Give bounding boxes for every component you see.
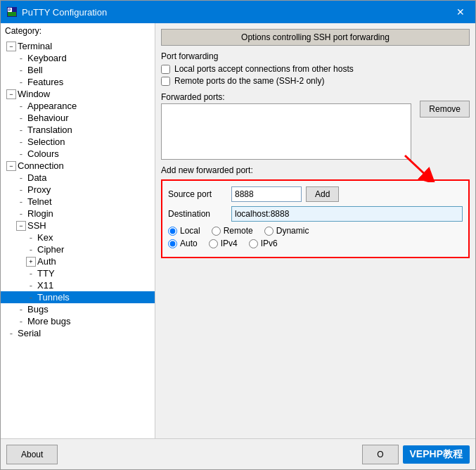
sidebar-item-data[interactable]: - Data bbox=[1, 172, 155, 184]
sidebar-item-x11[interactable]: - X11 bbox=[1, 279, 155, 291]
radio-local-label[interactable]: Local bbox=[168, 226, 200, 236]
svg-rect-2 bbox=[8, 12, 16, 16]
sidebar-item-label-serial: Serial bbox=[18, 328, 41, 338]
radio-local[interactable] bbox=[168, 227, 177, 236]
sidebar-item-auth[interactable]: + Auth bbox=[1, 255, 155, 267]
sidebar-item-label-tty: TTY bbox=[37, 268, 55, 279]
dash-icon: - bbox=[26, 268, 36, 279]
sidebar-item-tunnels[interactable]: - Tunnels bbox=[1, 291, 155, 303]
radio-auto[interactable] bbox=[168, 239, 177, 248]
destination-input[interactable] bbox=[231, 206, 463, 222]
radio-remote[interactable] bbox=[212, 227, 221, 236]
about-button[interactable]: About bbox=[6, 445, 58, 464]
sidebar-item-label-appearance: Appearance bbox=[27, 101, 77, 111]
remote-ports-checkbox[interactable] bbox=[161, 77, 170, 86]
dash-icon: - bbox=[16, 172, 26, 183]
dash-icon: - bbox=[26, 280, 36, 291]
sidebar-item-cipher[interactable]: - Cipher bbox=[1, 243, 155, 255]
local-ports-checkbox[interactable] bbox=[161, 65, 170, 74]
radio-ipv6[interactable] bbox=[249, 239, 258, 248]
radio-auto-label[interactable]: Auto bbox=[168, 239, 198, 248]
ok-button[interactable]: O bbox=[362, 445, 398, 464]
remove-button[interactable]: Remove bbox=[420, 101, 470, 118]
sidebar-item-ssh[interactable]: − SSH bbox=[1, 220, 155, 231]
sidebar-item-rlogin[interactable]: - Rlogin bbox=[1, 208, 155, 220]
dash-icon: - bbox=[16, 101, 26, 111]
arrow-indicator bbox=[398, 154, 440, 182]
dash-icon: - bbox=[16, 113, 26, 123]
sidebar-item-translation[interactable]: - Translation bbox=[1, 124, 155, 136]
checkbox-row-2: Remote ports do the same (SSH-2 only) bbox=[161, 76, 470, 86]
sidebar-item-serial[interactable]: - Serial bbox=[1, 327, 155, 339]
sidebar-item-label-cipher: Cipher bbox=[37, 244, 64, 255]
sidebar-item-label-translation: Translation bbox=[27, 125, 72, 135]
main-panel: Options controlling SSH port forwarding … bbox=[155, 23, 475, 438]
panel-header: Options controlling SSH port forwarding bbox=[161, 29, 470, 46]
sidebar-item-bell[interactable]: - Bell bbox=[1, 64, 155, 76]
radio-dynamic-label[interactable]: Dynamic bbox=[264, 226, 309, 236]
category-label: Category: bbox=[1, 23, 155, 37]
dash-icon: - bbox=[16, 316, 26, 326]
sidebar: Category: − Terminal - Keyboard - Bell bbox=[1, 23, 155, 438]
source-port-input[interactable] bbox=[231, 186, 302, 202]
radio-ipv4-label[interactable]: IPv4 bbox=[209, 239, 238, 248]
window-title: PuTTY Configuration bbox=[22, 7, 451, 18]
forwarded-ports-listbox[interactable] bbox=[161, 103, 411, 160]
source-port-row: Source port Add bbox=[168, 186, 463, 202]
sidebar-item-appearance[interactable]: - Appearance bbox=[1, 100, 155, 112]
sidebar-item-label-morebugs: More bugs bbox=[27, 316, 70, 326]
port-forwarding-section-title: Port forwarding bbox=[161, 51, 470, 61]
dash-icon: - bbox=[6, 328, 16, 338]
dash-icon: - bbox=[16, 77, 26, 87]
dash-icon: - bbox=[26, 232, 36, 243]
dash-icon: - bbox=[16, 53, 26, 63]
expand-icon-auth[interactable]: + bbox=[26, 257, 36, 267]
highlighted-box: Source port Add Destination Local bbox=[161, 179, 470, 258]
destination-row: Destination bbox=[168, 206, 463, 222]
sidebar-item-label-kex: Kex bbox=[37, 232, 53, 243]
checkbox-row-1: Local ports accept connections from othe… bbox=[161, 64, 470, 74]
sidebar-item-morebugs[interactable]: - More bugs bbox=[1, 315, 155, 327]
dash-icon: - bbox=[16, 125, 26, 135]
sidebar-item-label-connection: Connection bbox=[18, 160, 64, 171]
radio-row-type: Local Remote Dynamic bbox=[168, 226, 463, 236]
sidebar-item-behaviour[interactable]: - Behaviour bbox=[1, 112, 155, 124]
bottom-right: O VEPHP教程 bbox=[362, 445, 470, 464]
forwarded-ports-text: Forwarded ports: bbox=[161, 92, 225, 102]
sidebar-item-terminal[interactable]: − Terminal bbox=[1, 40, 155, 52]
sidebar-item-connection[interactable]: − Connection bbox=[1, 160, 155, 172]
sidebar-item-kex[interactable]: - Kex bbox=[1, 231, 155, 243]
content-area: Category: − Terminal - Keyboard - Bell bbox=[1, 23, 475, 438]
titlebar: P PuTTY Configuration ✕ bbox=[1, 1, 475, 23]
sidebar-item-colours[interactable]: - Colours bbox=[1, 148, 155, 160]
sidebar-item-features[interactable]: - Features bbox=[1, 76, 155, 88]
radio-ipv4[interactable] bbox=[209, 239, 218, 248]
sidebar-item-window[interactable]: − Window bbox=[1, 88, 155, 100]
expand-icon-window[interactable]: − bbox=[6, 89, 16, 99]
radio-remote-label[interactable]: Remote bbox=[212, 226, 253, 236]
dash-icon: - bbox=[16, 208, 26, 219]
sidebar-item-proxy[interactable]: - Proxy bbox=[1, 184, 155, 196]
radio-row-ip: Auto IPv4 IPv6 bbox=[168, 239, 463, 248]
dash-icon: - bbox=[26, 292, 36, 303]
expand-icon-ssh[interactable]: − bbox=[16, 221, 26, 231]
sidebar-item-keyboard[interactable]: - Keyboard bbox=[1, 52, 155, 64]
dash-icon: - bbox=[26, 244, 36, 255]
forwarded-ports-label: Forwarded ports: bbox=[161, 92, 411, 102]
sidebar-item-label-bugs: Bugs bbox=[27, 304, 49, 315]
sidebar-item-label-proxy: Proxy bbox=[27, 184, 51, 195]
tree-container[interactable]: − Terminal - Keyboard - Bell - Features bbox=[1, 37, 155, 438]
expand-icon-connection[interactable]: − bbox=[6, 161, 16, 171]
sidebar-item-selection[interactable]: - Selection bbox=[1, 136, 155, 148]
radio-ipv6-label[interactable]: IPv6 bbox=[249, 239, 278, 248]
sidebar-item-telnet[interactable]: - Telnet bbox=[1, 196, 155, 208]
sidebar-item-label-rlogin: Rlogin bbox=[27, 208, 53, 219]
sidebar-item-bugs[interactable]: - Bugs bbox=[1, 303, 155, 315]
add-button[interactable]: Add bbox=[306, 186, 339, 202]
sidebar-item-tty[interactable]: - TTY bbox=[1, 267, 155, 279]
sidebar-item-label-terminal: Terminal bbox=[18, 41, 52, 51]
putty-icon: P bbox=[6, 6, 18, 18]
close-button[interactable]: ✕ bbox=[451, 5, 470, 19]
radio-dynamic[interactable] bbox=[264, 227, 274, 236]
expand-icon-terminal[interactable]: − bbox=[6, 42, 16, 51]
